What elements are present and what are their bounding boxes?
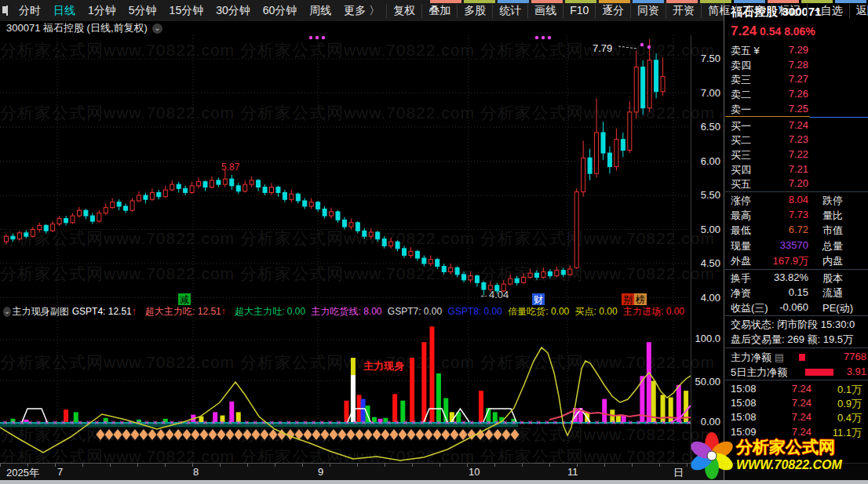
info-label2: 流通 [822,286,843,300]
time-axis-label: 日 [673,466,684,480]
info-value: -0.060 [757,301,808,313]
action-button-返回[interactable]: 返回 [849,4,868,18]
queue-price: 7.24 [757,119,808,131]
action-button-标记[interactable]: 标记 [771,4,807,18]
chart-tag: 别 [623,294,633,305]
info-value: 33.82% [757,271,808,283]
time-axis-label: 9 [318,466,323,478]
info-value: 33570 [757,239,808,251]
period-tab-1分钟[interactable]: 1分钟 [82,4,122,18]
window-split-icon[interactable] [6,5,8,16]
queue-price: 7.26 [757,88,808,100]
sell-queue-row: 卖五 ¥7.29 [725,44,868,58]
info-label: 换手 [731,271,751,286]
action-button-F10[interactable]: F10 [563,4,595,18]
indicator-header: ⌄ 主力现身副图 GSPT4: 12.51↑ 超大主力吃: 12.51↑ 超大主… [0,306,691,318]
sell-queue-row: 卖一7.25 [725,103,868,117]
indicator-chart[interactable]: ××××××××××××××××××××××××××××××××××××××××… [0,318,691,463]
time-axis-label: 7 [57,466,63,478]
period-tab-周线[interactable]: 周线 [303,4,337,18]
price-label: 4.50 [692,257,720,269]
queue-price: 7.23 [757,133,808,145]
period-tab-更多 〉[interactable]: 更多 〉 [337,4,386,18]
info-label2: 跌停 [822,194,843,208]
divider [725,269,868,270]
main-net5-value: 3.91 [847,366,866,377]
tab-strip [666,0,698,3]
queue-price: 7.27 [757,73,808,85]
buy-queue-row: 买一7.24 [725,119,868,133]
queue-price: 7.25 [757,103,808,115]
info-row: 换手33.82%股本 [725,271,868,286]
sell-queue-row: 卖四7.28 [725,59,868,73]
indicator-param: 买点: 0.00 [572,306,617,317]
tab-strip [734,0,765,3]
queue-price: 7.20 [757,177,808,189]
collapse-icon[interactable]: ⌄ [3,307,11,317]
action-button-逐分[interactable]: 逐分 [595,4,630,18]
tab-strip [633,0,664,3]
action-button-统计[interactable]: 统计 [492,4,527,18]
info-label2: 股本 [822,271,843,286]
main-candlestick-chart[interactable]: 5.87←4.047.79减财别榜 [0,35,691,306]
action-button-+自选[interactable]: +自选 [807,4,848,18]
trade-time: 15:08 [731,383,757,395]
action-button-复权[interactable]: 复权 [386,4,421,18]
action-button-画线[interactable]: 画线 [527,4,563,18]
tab-strip [599,0,630,3]
period-tab-60分钟[interactable]: 60分钟 [257,4,304,18]
info-label: 净资 [731,286,751,300]
action-button-叠加[interactable]: 叠加 [421,4,457,18]
flower-logo-icon [687,431,735,480]
info-value: 8.04 [757,194,808,206]
price-label: 5.00 [692,224,720,235]
period-tab-30分钟[interactable]: 30分钟 [210,4,257,18]
tab-strip [801,0,833,3]
trade-status-row: 交易状态: 闭市阶段 15:30:0 [725,318,868,332]
info-row: 涨停8.04跌停 [725,194,868,208]
top-toolbar: 分时日线1分钟5分钟15分钟30分钟60分钟周线更多 〉 复权叠加多股统计画线F… [0,0,724,22]
info-value: 0.15 [757,286,808,298]
main-net-value: 7768 [844,351,866,362]
period-tab-5分钟[interactable]: 5分钟 [122,4,163,18]
indicator-param: 倍量吃货: 0.00 [505,306,569,317]
info-label: 外盘 [731,254,751,268]
action-button-小窗[interactable]: 小窗 [736,4,771,18]
info-label2: 量比 [822,209,843,223]
price-label: 6.50 [692,121,720,133]
main-net-row: 主力净额 ▤ 7768 [725,351,868,365]
list-icon: ▤ [775,351,784,363]
period-tab-日线[interactable]: 日线 [47,4,82,18]
indicator-scale-label: 50.00 [692,376,720,388]
time-axis-label: 2025年 [6,466,39,480]
buy-queue-row: 买二7.23 [725,133,868,147]
buy-queue-row: 买五7.20 [725,177,868,191]
info-value: 7.73 [757,209,808,220]
tab-strip [700,0,731,3]
action-button-开资[interactable]: 开资 [666,4,701,18]
tab-strip [498,0,529,3]
action-button-多股[interactable]: 多股 [457,4,492,18]
time-axis-label: 8 [193,466,199,478]
queue-price: 7.21 [757,163,808,175]
indicator-param: GSPT7: 0.00 [385,306,443,317]
logo-site-name: 分析家公式网 [736,436,835,458]
period-tab-分时[interactable]: 分时 [13,4,47,18]
action-button-同资[interactable]: 同资 [630,4,666,18]
period-tab-15分钟[interactable]: 15分钟 [163,4,210,18]
queue-label: 卖三 [731,73,751,87]
action-button-简框[interactable]: 简框 [701,4,736,18]
trade-row: 15:087.240.4万 [725,411,868,425]
last-price: 7.24 [731,24,757,38]
info-label2: 市值 [822,224,843,238]
info-label2: 内盘 [822,254,843,268]
trade-row: 15:087.240.1万 [725,383,868,397]
up-arrow: ↑ [132,306,137,317]
chevron-down-icon[interactable]: ⌄ [152,24,162,34]
main-net-label: 主力净额 ▤ [731,351,784,365]
trade-time: 15:08 [731,411,757,423]
divider [725,315,868,316]
queue-divider [725,116,868,118]
main-net5-row: 5日主力净额 3.91 [725,366,868,380]
divider [725,348,868,348]
